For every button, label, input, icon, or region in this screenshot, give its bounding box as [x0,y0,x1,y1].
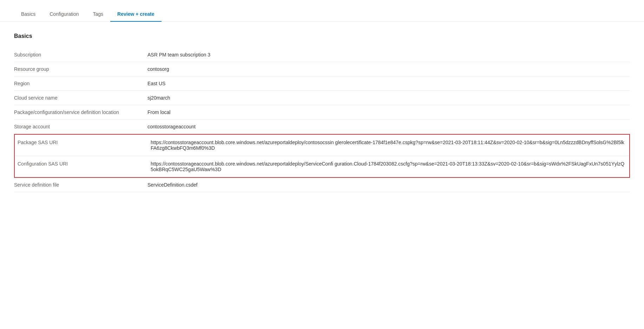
value-cloud-service-name: sj20march [147,91,630,105]
row-package-location: Package/configuration/service definition… [14,105,630,120]
value-subscription: ASR PM team subscription 3 [147,48,630,62]
highlighted-table: Package SAS URI https://contosstorageacc… [14,134,630,178]
label-service-definition-file: Service definition file [14,178,147,192]
tab-basics[interactable]: Basics [14,7,42,22]
tab-configuration[interactable]: Configuration [42,7,86,22]
row-resource-group: Resource group contosorg [14,62,630,76]
label-package-location: Package/configuration/service definition… [14,105,147,120]
row-service-definition-file: Service definition file ServiceDefinitio… [14,178,630,192]
label-region: Region [14,76,147,91]
value-storage-account: contosstorageaccount [147,120,630,134]
label-storage-account: Storage account [14,120,147,134]
details-table: Subscription ASR PM team subscription 3 … [14,48,630,134]
label-subscription: Subscription [14,48,147,62]
tab-review-create[interactable]: Review + create [110,7,161,22]
row-region: Region East US [14,76,630,91]
page-container: Basics Configuration Tags Review + creat… [0,0,644,329]
label-resource-group: Resource group [14,62,147,76]
label-package-sas-uri: Package SAS URI [14,134,148,156]
value-package-sas-uri: https://contosstorageaccount.blob.core.w… [148,134,630,156]
label-cloud-service-name: Cloud service name [14,91,147,105]
row-configuration-sas-uri: Configuration SAS URI https://contosstor… [14,156,630,178]
label-configuration-sas-uri: Configuration SAS URI [14,156,148,178]
main-content: Basics Subscription ASR PM team subscrip… [0,22,644,203]
row-cloud-service-name: Cloud service name sj20march [14,91,630,105]
bottom-table: Service definition file ServiceDefinitio… [14,178,630,192]
value-package-location: From local [147,105,630,120]
value-resource-group: contosorg [147,62,630,76]
row-storage-account: Storage account contosstorageaccount [14,120,630,134]
row-package-sas-uri: Package SAS URI https://contosstorageacc… [14,134,630,156]
tab-navigation: Basics Configuration Tags Review + creat… [0,0,644,22]
section-title: Basics [14,33,630,39]
value-region: East US [147,76,630,91]
value-service-definition-file: ServiceDefinition.csdef [147,178,630,192]
tab-tags[interactable]: Tags [86,7,111,22]
value-configuration-sas-uri: https://contosstorageaccount.blob.core.w… [148,156,630,178]
row-subscription: Subscription ASR PM team subscription 3 [14,48,630,62]
